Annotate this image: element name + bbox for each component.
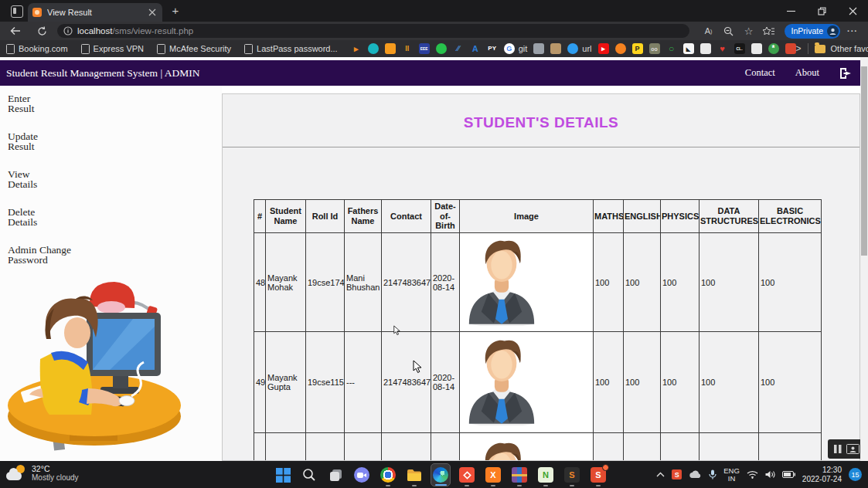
bookmark-favicon-heart-icon[interactable]: ♥ — [717, 43, 728, 54]
bookmark-favicon-orange-badge-icon[interactable] — [385, 43, 396, 54]
bookmark-favicon-page2-icon[interactable] — [751, 43, 762, 54]
inprivate-badge[interactable]: InPrivate — [785, 24, 840, 39]
bookmark-favicon-red-icon[interactable] — [785, 43, 796, 54]
language-indicator[interactable]: ENGIN — [723, 467, 740, 483]
bookmarks-chevron-icon[interactable]: > — [796, 43, 802, 54]
sublime-text-icon[interactable]: S — [562, 463, 582, 486]
bookmark-favicon-building-icon[interactable] — [550, 43, 561, 54]
wifi-icon[interactable] — [747, 470, 758, 479]
chrome-icon[interactable] — [378, 463, 398, 486]
picture-in-picture-icon[interactable] — [846, 444, 859, 454]
bookmark-item[interactable]: Express VPN — [81, 44, 144, 54]
site-info-icon[interactable] — [63, 26, 73, 36]
browser-tab[interactable]: View Result — [28, 3, 162, 22]
start-button[interactable] — [273, 463, 293, 486]
bookmark-favicon-whatsapp-icon[interactable] — [436, 43, 447, 54]
notepad-plus-plus-icon[interactable]: N — [536, 463, 556, 486]
cell-basic-electronics: 100 — [759, 233, 822, 332]
bookmark-favicon-url-icon[interactable] — [567, 43, 578, 54]
bookmark-favicon-ring-icon[interactable]: ○ — [666, 43, 677, 54]
chat-icon[interactable] — [352, 463, 372, 486]
bookmark-favicon-url-label[interactable]: url — [582, 44, 591, 53]
anydesk-icon[interactable] — [457, 463, 477, 486]
bookmark-favicon-eee-icon[interactable]: EEE — [419, 43, 430, 54]
bookmark-favicon-sun-icon[interactable] — [615, 43, 626, 54]
page-scrollbar[interactable] — [860, 57, 868, 461]
taskbar-apps: X N S S — [273, 463, 608, 486]
sidebar-item-update-result[interactable]: Update Result — [8, 131, 93, 151]
col-data-structures: DATA STRUCTURES — [700, 200, 759, 233]
tray-chevron-icon[interactable] — [656, 472, 665, 477]
close-icon[interactable] — [837, 0, 868, 22]
bookmark-item[interactable]: McAfee Security — [157, 44, 231, 54]
sidebar-item-view-details[interactable]: View Details — [8, 169, 93, 189]
bookmark-favicon-binoculars-icon[interactable]: oo — [649, 43, 660, 54]
desk-illustration — [2, 273, 187, 454]
cell-student-name: Mayank Mohak — [266, 233, 306, 332]
task-view-icon[interactable] — [325, 463, 345, 486]
edge-icon[interactable] — [431, 463, 451, 486]
app-header: Student Result Management System | ADMIN… — [0, 60, 868, 86]
favorites-bar-icon[interactable] — [761, 24, 777, 38]
bookmark-favicon-camera-icon[interactable] — [533, 43, 544, 54]
onedrive-icon[interactable] — [689, 470, 702, 479]
bookmark-favicon-a-blue-icon[interactable]: A — [470, 43, 481, 54]
other-favorites-label[interactable]: Other favorites — [831, 44, 868, 53]
s-app-icon[interactable]: S — [588, 463, 608, 486]
scrollbar-thumb[interactable] — [861, 66, 867, 256]
notification-count-badge[interactable]: 15 — [849, 468, 862, 481]
search-icon[interactable] — [299, 463, 319, 486]
add-favorite-icon[interactable]: ☆ — [741, 24, 757, 38]
url-field[interactable]: localhost/sms/view-result.php — [57, 24, 689, 38]
url-host: localhost — [77, 26, 112, 36]
minimize-icon[interactable] — [775, 0, 806, 22]
bookmark-favicon-p-yellow-icon[interactable]: P — [632, 43, 643, 54]
bookmark-favicon-slashes-icon[interactable]: ∕∕ — [453, 43, 464, 54]
logout-icon[interactable] — [839, 67, 853, 80]
weather-widget[interactable]: 32°C Mostly cloudy — [6, 464, 79, 483]
back-icon[interactable] — [9, 25, 22, 37]
refresh-icon[interactable] — [36, 25, 48, 37]
microphone-icon[interactable] — [709, 469, 717, 480]
bookmark-favicon-cl-icon[interactable]: CL. — [734, 43, 745, 54]
settings-menu-icon[interactable]: ··· — [845, 24, 860, 38]
tray-s-app-icon[interactable]: S — [672, 469, 682, 480]
bookmark-favicon-arrow-icon[interactable]: ▸ — [351, 43, 362, 54]
sidebar-item-delete-details[interactable]: Delete Details — [8, 207, 93, 227]
tab-actions-icon[interactable] — [11, 5, 23, 18]
mouse-cursor — [413, 360, 422, 374]
read-aloud-icon[interactable]: A) — [701, 24, 717, 38]
clock[interactable]: 12:302022-07-24 — [802, 466, 842, 484]
bookmark-item[interactable]: Booking.com — [6, 44, 68, 54]
nav-about[interactable]: About — [795, 67, 819, 79]
bookmark-favicon-page1-icon[interactable] — [700, 43, 711, 54]
bookmark-favicon-google-icon[interactable]: G — [504, 43, 515, 54]
student-avatar — [461, 238, 542, 326]
bookmark-favicon-stats-icon[interactable]: ll — [402, 43, 413, 54]
bookmark-favicon-wheel-icon[interactable]: * — [768, 43, 779, 54]
winrar-icon[interactable] — [509, 463, 529, 486]
bookmark-item[interactable]: LastPass password... — [244, 44, 338, 54]
new-tab-button[interactable]: + — [169, 5, 182, 17]
col-dob: Date-of-Birth — [431, 200, 460, 233]
file-explorer-icon[interactable] — [404, 463, 424, 486]
tab-close-icon[interactable] — [147, 7, 158, 18]
bookmark-favicon-google-label[interactable]: git — [519, 44, 528, 53]
bookmark-favicon-youtube-icon[interactable]: ▸ — [598, 43, 609, 54]
volume-icon[interactable] — [765, 470, 775, 479]
bookmark-favicon-py-icon[interactable]: PY — [487, 43, 498, 54]
bookmark-favicon-bird-page-icon[interactable]: ◣ — [683, 43, 694, 54]
battery-icon[interactable] — [782, 471, 795, 478]
zoom-out-icon[interactable] — [721, 24, 737, 38]
xampp-icon[interactable]: X — [483, 463, 503, 486]
sidebar-item-admin-change-password[interactable]: Admin Change Password — [8, 245, 93, 265]
restore-icon[interactable] — [806, 0, 837, 22]
media-overlay — [828, 439, 864, 459]
bookmark-favicon-teal-icon[interactable] — [368, 43, 379, 54]
cell-english: 100 — [624, 332, 661, 433]
pause-icon[interactable] — [833, 444, 842, 454]
nav-contact[interactable]: Contact — [745, 67, 775, 79]
col-english: ENGLISH — [624, 200, 661, 233]
profile-avatar — [827, 25, 839, 37]
sidebar-item-enter-result[interactable]: Enter Result — [8, 93, 93, 114]
